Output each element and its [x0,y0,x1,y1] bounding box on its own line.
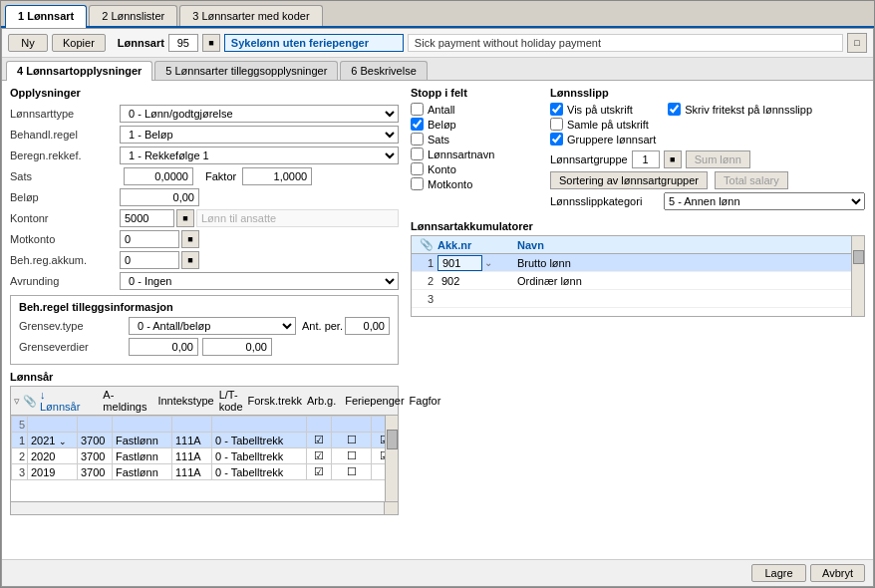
beh-akkum-icon-btn[interactable]: ■ [181,251,199,269]
lønnsartgruppe-label: Lønnsartgruppe [550,153,628,165]
avrunding-select[interactable]: 0 - Ingen [120,272,399,290]
opplysninger-title: Opplysninger [10,87,399,99]
attach-icon: 📎 [23,395,37,408]
beløp-input[interactable] [120,188,199,206]
lønnsart-name-field[interactable] [224,34,404,52]
arbg-col-header: Arb.g. [307,395,336,407]
kontonr-label: Kontonr [10,212,120,224]
lonnsar-row-3[interactable]: 3 2019 3700 Fastlønn 111A 0 - Tabelltrek… [12,464,398,480]
toolbar: Ny Kopier Lønnsart ■ □ [2,29,873,58]
stopp-motkonto-checkbox[interactable] [411,177,424,190]
cancel-button[interactable]: Avbryt [810,564,865,582]
beløp-label: Beløp [10,191,120,203]
lonnsar-row-1[interactable]: 1 2021 ⌄ 3700 Fastlønn 111A 0 - Tabelltr… [12,433,398,448]
lonnsar-title: Lønnsår [10,371,399,383]
akk-navn-1: Brutto lønn [517,257,571,269]
stopp-konto-label: Konto [428,163,456,175]
stopp-antall-checkbox[interactable] [411,103,424,116]
copy-button[interactable]: Kopier [52,34,106,52]
akk-nr-header: Akk.nr [438,239,517,251]
lønnsslippkategori-label: Lønnsslippkategori [550,195,660,207]
bottom-bar: Lagre Avbryt [2,559,873,586]
gruppere-lonnsart-checkbox[interactable] [550,133,563,146]
akk-row-1[interactable]: 1 ⌄ Brutto lønn [412,254,864,272]
stopp-lønnsartnavn-checkbox[interactable] [411,147,424,160]
beh-akkum-input[interactable] [120,251,179,269]
stopp-konto-checkbox[interactable] [411,162,424,175]
kontonr-input[interactable] [120,209,174,227]
lønnsslippkategori-select[interactable]: 5 - Annen lønn [664,192,865,210]
avrunding-label: Avrunding [10,275,120,287]
lønnsart-label: Lønnsart [118,37,164,49]
lønnsart-number[interactable] [168,34,198,52]
akk-dropdown-1[interactable]: ⌄ [484,257,492,268]
lønnsarttype-select[interactable]: 0 - Lønn/godtgjørelse [120,105,399,123]
total-salary-button[interactable]: Total salary [715,171,788,189]
tab-lønnslister[interactable]: 2 Lønnslister [89,5,177,26]
save-button[interactable]: Lagre [751,564,806,582]
ant-per-input[interactable] [345,317,390,335]
kontonr-placeholder-field [196,209,399,227]
akk-row-2[interactable]: 2 902 Ordinær lønn [412,272,864,290]
sub-tab-beskrivelse[interactable]: 6 Beskrivelse [340,61,427,80]
grenseverdier-input1[interactable] [129,338,198,356]
filter-icon[interactable]: ▿ [14,395,20,408]
lonnsslipp-title: Lønnsslipp [550,87,865,99]
skriv-fritekst-checkbox[interactable] [668,103,681,116]
sortering-button[interactable]: Sortering av lønnsartgrupper [550,171,708,189]
motkonto-label: Motkonto [10,233,120,245]
grenseverdier-input2[interactable] [202,338,272,356]
beh-akkum-label: Beh.reg.akkum. [10,254,120,266]
lønnsartgruppe-input[interactable] [632,150,660,168]
sub-tab-opplysninger[interactable]: 4 Lønnsartopplysninger [6,61,152,81]
akk-nr-input-1[interactable] [438,255,482,271]
kontonr-icon-btn[interactable]: ■ [176,209,194,227]
skriv-fritekst-label: Skriv fritekst på lønnsslipp [685,104,812,116]
behandl-regel-label: Behandl.regel [10,129,120,141]
beregn-rekkef-select[interactable]: 1 - Rekkefølge 1 [120,147,399,164]
sats-label: Sats [10,170,120,182]
forsk-col-header: Forsk.trekk [248,395,302,407]
faktor-label: Faktor [205,170,236,182]
ameldings-col-header: A-meldings [103,389,146,413]
stopp-beløp-checkbox[interactable] [411,118,424,131]
grensev-type-select[interactable]: 0 - Antall/beløp [129,317,296,335]
stopp-beløp-label: Beløp [428,119,456,131]
ant-per-label: Ant. per. [302,320,343,332]
faktor-input[interactable] [242,167,312,185]
lonnsar-row-2[interactable]: 2 2020 3700 Fastlønn 111A 0 - Tabelltrek… [12,448,398,464]
stopp-antall-label: Antall [428,104,455,116]
sats-input[interactable] [124,167,193,185]
vis-utskrift-checkbox[interactable] [550,103,563,116]
lønnsart-english-field[interactable] [408,34,843,52]
behandl-regel-select[interactable]: 1 - Beløp [120,126,399,144]
lonnsar-table: 5 [11,416,398,480]
gruppere-lonnsart-label: Gruppere lønnsart [567,134,656,146]
akk-row-3[interactable]: 3 [412,290,864,308]
motkonto-input[interactable] [120,230,179,248]
lonnsar-row-5[interactable]: 5 [12,417,398,433]
akk-navn-header: Navn [517,239,544,251]
lønnsarttype-label: Lønnsarttype [10,108,120,120]
grensev-type-label: Grensev.type [19,320,129,332]
tab-lønnsart[interactable]: 1 Lønnsart [5,5,87,28]
sort-down-icon[interactable]: ↓ Lønnsår [40,389,80,413]
toolbar-action-icon[interactable]: □ [847,33,867,53]
inntekstype-col-header: Inntekstype [157,395,213,407]
akk-navn-2: Ordinær lønn [517,275,582,287]
grenseverdier-label: Grenseverdier [19,341,129,353]
sub-tab-tilleggsopplysninger[interactable]: 5 Lønnsarter tilleggsopplysninger [154,61,338,80]
samle-utskrift-checkbox[interactable] [550,118,563,131]
tab-lønnsarter-koder[interactable]: 3 Lønnsarter med koder [179,5,322,26]
akk-nr-2: 902 [438,275,459,287]
lønnsartgruppe-icon-btn[interactable]: ■ [664,150,682,168]
samle-utskrift-label: Samle på utskrift [567,119,649,131]
sum-lønn-button[interactable]: Sum lønn [686,150,750,168]
motkonto-icon-btn[interactable]: ■ [181,230,199,248]
akkumulatorer-title: Lønnsartakkumulatorer [411,220,865,232]
lønnsart-icon-btn[interactable]: ■ [202,34,220,52]
new-button[interactable]: Ny [8,34,48,52]
stopp-motkonto-label: Motkonto [428,178,472,190]
feriep-col-header: Feriepenger [345,395,404,407]
stopp-sats-checkbox[interactable] [411,133,424,146]
